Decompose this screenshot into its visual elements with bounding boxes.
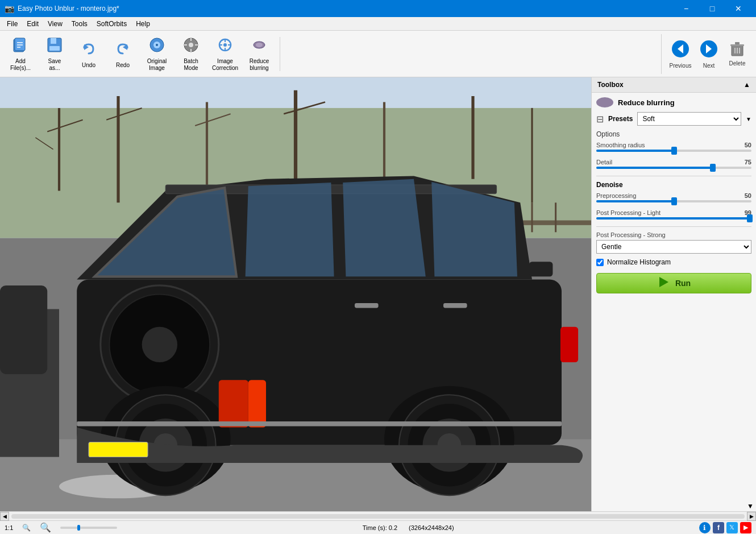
presets-select[interactable]: Soft Medium Strong Custom (637, 112, 741, 126)
run-button[interactable]: Run (596, 273, 751, 293)
svg-rect-33 (735, 42, 740, 44)
delete-button[interactable]: Delete (723, 34, 751, 74)
undo-icon (80, 40, 98, 61)
detail-label-row: Detail 75 (596, 159, 751, 165)
menu-softorbits[interactable]: SoftOrbits (92, 19, 131, 29)
image-area[interactable] (0, 77, 591, 511)
detail-row: Detail 75 (596, 159, 751, 169)
previous-button[interactable]: Previous (666, 34, 695, 74)
save-icon (45, 36, 64, 57)
smoothing-radius-track (596, 150, 751, 152)
undo-label: Undo (82, 62, 95, 68)
hscroll-right-btn[interactable]: ▶ (747, 512, 756, 521)
post-processing-light-row: Post Processing - Light 99 (596, 209, 751, 220)
save-as-button[interactable]: Saveas... (39, 34, 70, 74)
batch-mode-icon (182, 36, 200, 57)
denoise-divider (596, 176, 751, 176)
redo-button[interactable]: Redo (107, 34, 139, 74)
detail-thumb[interactable] (710, 164, 716, 172)
redo-label: Redo (116, 62, 130, 68)
run-label: Run (675, 279, 691, 288)
hscroll-track[interactable] (11, 514, 745, 519)
toolbox-scroll-down[interactable]: ▼ (592, 501, 756, 511)
smoothing-radius-thumb[interactable] (671, 147, 677, 155)
menu-edit[interactable]: Edit (22, 19, 43, 29)
reduce-blurring-icon (250, 36, 268, 57)
facebook-icon[interactable]: f (713, 522, 724, 533)
toolbar: AddFile(s)... Saveas... Undo Redo Origin… (0, 31, 756, 77)
statusbar-zoom-slider[interactable] (60, 527, 117, 529)
post-processing-strong-label: Post Processing - Strong (596, 231, 751, 238)
svg-rect-84 (219, 380, 248, 427)
presets-dropdown-icon: ▼ (746, 116, 751, 122)
titlebar-controls: − □ ✕ (673, 0, 751, 17)
toolbox-scroll-up[interactable]: ▲ (743, 81, 750, 89)
preprocessing-thumb[interactable] (671, 197, 677, 205)
post-processing-strong-row: Post Processing - Strong Gentle Moderate… (596, 231, 751, 254)
post-processing-strong-select[interactable]: Gentle Moderate Strong (596, 240, 751, 254)
svg-rect-88 (77, 421, 562, 426)
main-area: Toolbox ▲ Reduce blurring ⊟ Presets Soft… (0, 77, 756, 511)
previous-label: Previous (670, 63, 692, 69)
titlebar-title: Easy Photo Unblur - montero.jpg* (18, 5, 119, 13)
zoom-icon-large: 🔍 (40, 522, 51, 533)
menu-view[interactable]: View (43, 19, 67, 29)
minimize-button[interactable]: − (673, 0, 699, 17)
twitter-icon[interactable]: 𝕏 (726, 522, 738, 533)
detail-value: 75 (745, 159, 751, 165)
normalize-histogram-label[interactable]: Normalize Histogram (607, 258, 671, 266)
image-correction-icon (216, 36, 234, 57)
svg-rect-93 (0, 285, 47, 374)
image-correction-button[interactable]: ImageCorrection (209, 34, 241, 74)
original-image-label: OriginalImage (147, 58, 167, 72)
horizontal-scrollbar[interactable]: ◀ ▶ (0, 511, 756, 520)
preprocessing-track (596, 200, 751, 202)
redo-icon (114, 40, 132, 61)
info-icon[interactable]: ℹ (699, 522, 711, 533)
delete-label: Delete (729, 60, 746, 67)
close-button[interactable]: ✕ (725, 0, 751, 17)
statusbar-time: Time (s): 0.2 (363, 524, 397, 531)
toolbox: Toolbox ▲ Reduce blurring ⊟ Presets Soft… (591, 77, 756, 511)
photo-canvas (0, 77, 591, 511)
zoom-ratio: 1:1 (5, 524, 13, 531)
preprocessing-fill (596, 200, 674, 202)
menu-tools[interactable]: Tools (67, 19, 92, 29)
previous-icon (671, 39, 690, 63)
toolbar-right: Previous Next Delete (661, 34, 751, 74)
original-image-icon (148, 36, 166, 57)
detail-track (596, 167, 751, 169)
svg-rect-91 (560, 327, 578, 362)
post-processing-light-thumb[interactable] (747, 214, 753, 222)
menu-help[interactable]: Help (131, 19, 155, 29)
denoise-label: Denoise (596, 181, 751, 189)
maximize-button[interactable]: □ (699, 0, 725, 17)
svg-point-26 (256, 43, 263, 47)
toolbox-content: Reduce blurring ⊟ Presets Soft Medium St… (592, 93, 756, 501)
options-label: Options (596, 130, 751, 138)
statusbar-zoom: 1:1 (5, 524, 13, 531)
detail-fill (596, 167, 713, 169)
svg-rect-90 (529, 262, 553, 276)
add-files-button[interactable]: AddFile(s)... (5, 34, 36, 74)
next-icon (699, 39, 718, 63)
reduce-blurring-button[interactable]: Reduceblurring (243, 34, 275, 74)
hscroll-left-btn[interactable]: ◀ (0, 512, 9, 521)
statusbar-social-icons: ℹ f 𝕏 ▶ (699, 522, 751, 533)
add-files-label: AddFile(s)... (10, 58, 31, 72)
youtube-icon[interactable]: ▶ (740, 522, 751, 533)
presets-row: ⊟ Presets Soft Medium Strong Custom ▼ (596, 112, 751, 126)
undo-button[interactable]: Undo (73, 34, 105, 74)
smoothing-radius-fill (596, 150, 674, 152)
zoom-icon-small: 🔍 (22, 524, 31, 532)
batch-mode-button[interactable]: BatchMode (175, 34, 207, 74)
normalize-histogram-checkbox[interactable] (596, 259, 604, 266)
svg-rect-85 (248, 380, 266, 427)
reduce-blurring-section-header: Reduce blurring (596, 97, 751, 107)
titlebar: 📷 Easy Photo Unblur - montero.jpg* − □ ✕ (0, 0, 756, 17)
menu-file[interactable]: File (2, 19, 22, 29)
next-button[interactable]: Next (695, 34, 723, 74)
delete-icon (729, 41, 745, 60)
preprocessing-row: Preprocessing 50 (596, 192, 751, 202)
original-image-button[interactable]: OriginalImage (141, 34, 173, 74)
